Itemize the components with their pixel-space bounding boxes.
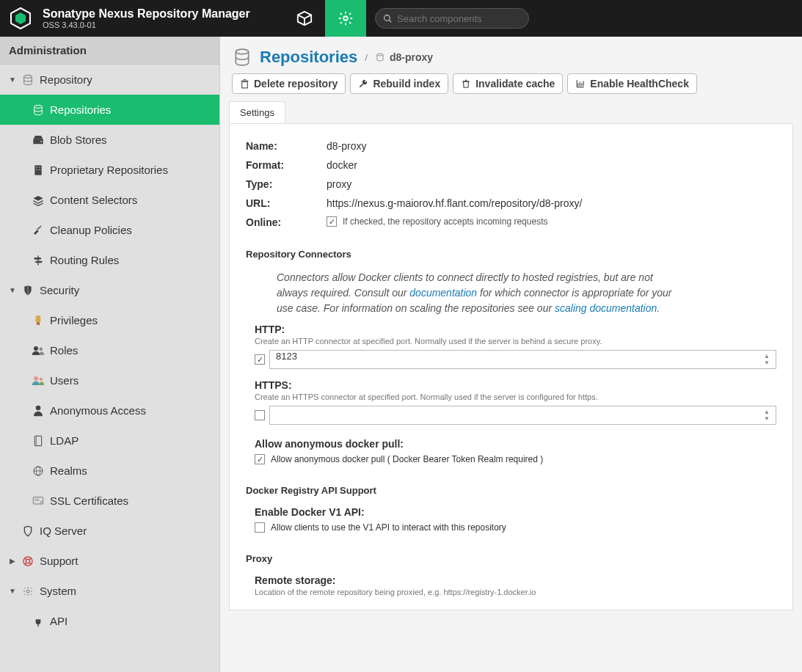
search-box[interactable] xyxy=(375,8,529,29)
documentation-link[interactable]: documentation xyxy=(409,287,477,299)
sidebar-item-users[interactable]: Users xyxy=(0,365,219,395)
sidebar-item-blob-stores[interactable]: Blob Stores xyxy=(0,125,219,155)
label-format: Format: xyxy=(246,159,327,171)
sidebar-label: Repository xyxy=(40,73,92,86)
caret-down-icon: ▼ xyxy=(7,286,18,294)
sidebar-item-ssl[interactable]: SSL Certificates xyxy=(0,486,219,516)
breadcrumb-leaf-wrap: d8-proxy xyxy=(375,51,433,63)
svg-rect-15 xyxy=(37,255,38,265)
layers-icon xyxy=(31,194,45,206)
sidebar-item-routing[interactable]: Routing Rules xyxy=(0,245,219,275)
sidebar-item-privileges[interactable]: Privileges xyxy=(0,305,219,335)
tab-bar: Settings xyxy=(220,101,802,123)
svg-point-2 xyxy=(343,16,348,21)
svg-line-14 xyxy=(37,226,41,230)
svg-point-18 xyxy=(40,347,43,351)
book-icon xyxy=(31,435,45,447)
database-large-icon xyxy=(232,47,252,67)
svg-rect-10 xyxy=(36,167,37,167)
shield-outline-icon xyxy=(21,525,35,537)
trash-icon xyxy=(240,78,249,89)
online-hint: If checked, the repository accepts incom… xyxy=(343,216,547,227)
value-type: proxy xyxy=(327,178,776,190)
button-label: Delete repository xyxy=(254,78,338,90)
label-anon-pull: Allow anonymous docker pull: xyxy=(255,438,776,450)
rebuild-index-button[interactable]: Rebuild index xyxy=(350,73,448,94)
sidebar-node-support[interactable]: ▶ Support xyxy=(0,546,219,576)
breadcrumb-root[interactable]: Repositories xyxy=(260,48,357,67)
svg-point-40 xyxy=(377,54,383,56)
delete-repository-button[interactable]: Delete repository xyxy=(232,73,346,94)
caret-down-icon: ▼ xyxy=(7,76,18,84)
wrench-icon xyxy=(358,78,368,89)
scaling-documentation-link[interactable]: scaling documentation xyxy=(555,302,657,314)
sidebar-item-label: Anonymous Access xyxy=(50,404,146,417)
sidebar-item-repositories[interactable]: Repositories xyxy=(0,95,219,125)
invalidate-cache-button[interactable]: Invalidate cache xyxy=(453,73,563,94)
sidebar-item-label: Repositories xyxy=(50,103,111,116)
button-label: Rebuild index xyxy=(373,78,440,90)
online-checkbox[interactable]: ✓ xyxy=(327,216,337,227)
svg-point-5 xyxy=(24,75,32,78)
sidebar-item-content-selectors[interactable]: Content Selectors xyxy=(0,185,219,215)
enable-v1-checkbox[interactable] xyxy=(255,522,265,533)
sidebar-item-label: Blob Stores xyxy=(50,134,107,146)
browse-button[interactable] xyxy=(284,0,325,37)
svg-point-17 xyxy=(34,346,38,351)
note-text-c: . xyxy=(657,302,660,314)
sidebar-item-realms[interactable]: Realms xyxy=(0,456,219,486)
sidebar-item-api[interactable]: API xyxy=(0,606,219,636)
user-icon xyxy=(31,405,45,417)
caret-right-icon: ▶ xyxy=(7,557,18,565)
hdd-icon xyxy=(31,135,45,145)
sidebar-item-label: SSL Certificates xyxy=(50,494,128,507)
sidebar-item-roles[interactable]: Roles xyxy=(0,335,219,365)
sidebar-item-label: API xyxy=(50,615,68,627)
section-repo-connectors: Repository Connectors xyxy=(246,249,776,260)
http-hint: Create an HTTP connector at specified po… xyxy=(255,337,776,346)
svg-line-36 xyxy=(29,563,32,565)
sidebar-node-security[interactable]: ▼ Security xyxy=(0,275,219,305)
nexus-logo-icon xyxy=(6,4,35,33)
sidebar-item-label: Realms xyxy=(50,464,87,477)
broom-icon xyxy=(31,224,45,236)
connectors-note: Connectors allow Docker clients to conne… xyxy=(277,270,673,316)
tab-settings[interactable]: Settings xyxy=(229,101,285,123)
sidebar-label: Security xyxy=(40,284,79,296)
http-enabled-checkbox[interactable]: ✓ xyxy=(255,354,265,365)
section-docker-api: Docker Registry API Support xyxy=(246,485,776,496)
enable-healthcheck-button[interactable]: Enable HealthCheck xyxy=(567,73,697,94)
signpost-icon xyxy=(31,255,45,266)
sidebar-node-iq[interactable]: IQ Server xyxy=(0,516,219,546)
spinner-icon[interactable]: ▲▼ xyxy=(764,408,774,423)
building-icon xyxy=(31,164,45,176)
https-enabled-checkbox[interactable] xyxy=(255,410,265,420)
sidebar-item-label: LDAP xyxy=(50,434,79,447)
value-url: https://nexus.g-maiorov.hf.flant.com/rep… xyxy=(327,197,776,209)
admin-gear-button[interactable] xyxy=(325,0,366,37)
sidebar-item-proprietary[interactable]: Proprietary Repositories xyxy=(0,155,219,185)
anon-pull-checkbox[interactable]: ✓ xyxy=(255,454,265,464)
http-port-input[interactable]: 8123▲▼ xyxy=(269,350,776,369)
sidebar-node-system[interactable]: ▼ System xyxy=(0,576,219,606)
label-type: Type: xyxy=(246,178,327,190)
spinner-icon[interactable]: ▲▼ xyxy=(764,352,774,367)
top-bar: Sonatype Nexus Repository Manager OSS 3.… xyxy=(0,0,802,37)
search-wrap xyxy=(375,8,529,29)
svg-rect-9 xyxy=(34,165,41,175)
sidebar-item-cleanup[interactable]: Cleanup Policies xyxy=(0,215,219,245)
svg-point-19 xyxy=(34,376,38,381)
search-input[interactable] xyxy=(397,13,514,24)
label-name: Name: xyxy=(246,140,327,152)
svg-rect-16 xyxy=(36,315,41,322)
svg-point-6 xyxy=(34,105,43,108)
svg-rect-13 xyxy=(39,169,40,169)
sidebar-node-repository[interactable]: ▼ Repository xyxy=(0,65,219,95)
globe-icon xyxy=(31,465,45,477)
svg-line-33 xyxy=(24,558,26,560)
sidebar-item-anonymous[interactable]: Anonymous Access xyxy=(0,395,219,426)
sidebar-item-ldap[interactable]: LDAP xyxy=(0,426,219,456)
enable-v1-hint: Allow clients to use the V1 API to inter… xyxy=(271,522,506,533)
https-port-input[interactable]: ▲▼ xyxy=(269,406,776,425)
users-color-icon xyxy=(31,376,45,386)
